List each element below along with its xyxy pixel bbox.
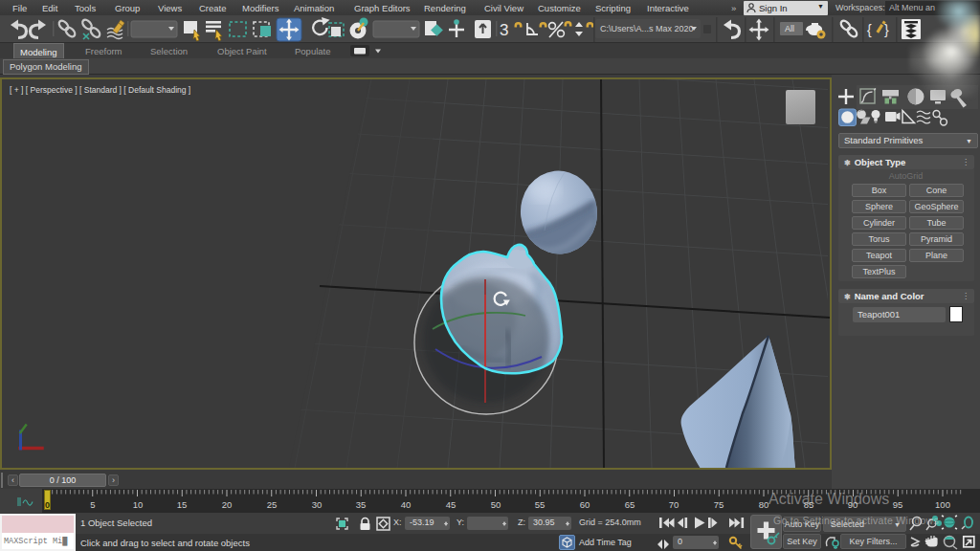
svg-text:All: All <box>785 24 794 33</box>
svg-text:}: } <box>884 22 889 37</box>
svg-text:{: { <box>867 22 872 37</box>
svg-text:C:\Users\A...s Max 2020: C:\Users\A...s Max 2020 <box>600 24 694 33</box>
svg-text:3: 3 <box>500 21 508 39</box>
